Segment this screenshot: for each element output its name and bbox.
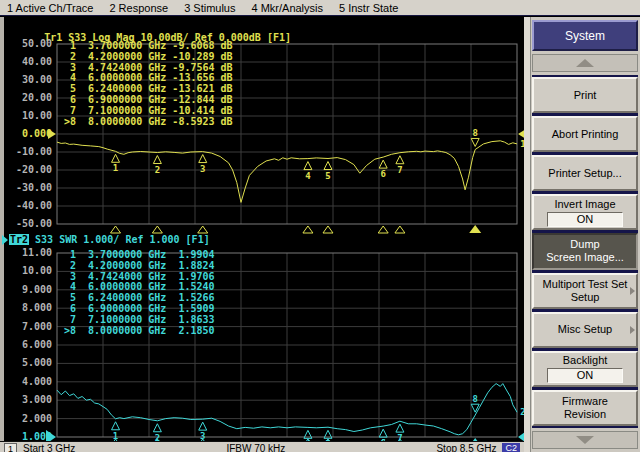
menu-item-5-instr-state[interactable]: 5 Instr State [339,2,398,14]
softkey-printer-setup[interactable]: Printer Setup... [532,155,638,191]
axis-label: -30.00 [0,182,52,193]
active-marker-tick [469,225,481,233]
marker-tick [303,226,313,233]
axis-label: 10.00 [0,265,52,276]
marker-flag [396,156,404,164]
softkey-label: Firmware [562,395,608,408]
marker-number: 5 [325,171,330,181]
scroll-down-icon [576,436,594,444]
axis-label: 3.000 [0,394,52,405]
marker-flag [112,154,120,162]
marker-flag [199,155,207,163]
trace1-marker-table: 1 3.7000000 GHz -9.6068 dB 2 4.2000000 G… [64,41,233,127]
softkey-firmware-revision[interactable]: FirmwareRevision [532,390,638,426]
marker-number: 8 [472,128,477,138]
softkey-menu-title: System [565,29,605,43]
axis-label: 40.00 [0,56,52,67]
axis-label: 8.000 [0,302,52,313]
marker-flag [471,138,479,146]
softkey-backlight[interactable]: BacklightON [532,351,638,387]
axis-label: 30.00 [0,74,52,85]
marker-table-row: 7 7.1000000 GHz 1.8633 [64,315,215,326]
softkey-label: Backlight [563,354,608,367]
softkey-label: Dump [570,238,599,251]
marker-number: 8 [472,394,477,404]
active-trace-arrow-icon [2,235,8,245]
softkey-label: Printer Setup... [548,167,621,180]
softkey-scroll-down-button[interactable] [532,431,638,449]
channel-number-box: 1 [4,443,17,452]
marker-tick [111,226,121,233]
softkey-menu-header[interactable]: System [532,20,638,51]
axis-label: -10.00 [0,146,52,157]
start-frequency-label: Start 3 GHz [23,443,75,452]
marker-flag [153,156,161,164]
softkey-print[interactable]: Print [532,77,638,113]
marker-number: 2 [155,165,160,175]
marker-tick [395,226,405,233]
softkey-multiport-test-set-setup[interactable]: Multiport Test SetSetup [532,273,638,309]
marker-number: 4 [305,171,311,181]
axis-label: 7.000 [0,321,52,332]
softkey-misc-setup[interactable]: Misc Setup [532,312,638,348]
softkey-label: Invert Image [554,198,615,211]
marker-tick [323,226,333,233]
softkey-invert-image[interactable]: Invert ImageON [532,194,638,230]
menu-item-4-mkr-analysis[interactable]: 4 Mkr/Analysis [251,2,323,14]
marker-flag [199,422,207,430]
axis-label: 4.000 [0,376,52,387]
axis-label: 2.000 [0,413,52,424]
stop-frequency-label: Stop 8.5 GHz [436,443,496,452]
marker-table-row: 7 7.1000000 GHz -10.414 dB [64,106,233,117]
axis-label: -20.00 [0,164,52,175]
marker-flag [153,424,161,432]
marker-flag [396,424,404,432]
axis-label: 20.00 [0,92,52,103]
softkey-column: PrintAbort PrintingPrinter Setup...Inver… [532,75,638,428]
softkey-panel-strip [524,17,531,452]
stimulus-status-bar: 1 Start 3 GHz IFBW 70 kHz Stop 8.5 GHz C… [0,441,524,452]
axis-label: 9.000 [0,284,52,295]
axis-label: 6.000 [0,339,52,350]
marker-flag [379,160,387,168]
axis-label: 50.00 [0,38,52,49]
marker-number: 3 [200,164,205,174]
softkey-label: Revision [564,408,606,421]
axis-label: -40.00 [0,200,52,211]
marker-number: 6 [380,169,385,179]
axis-label: 5.000 [0,357,52,368]
axis-label: -50.00 [0,218,52,229]
vna-screen: 1 Active Ch/Trace2 Response3 Stimulus4 M… [0,0,640,452]
softkey-label: Abort Printing [552,128,619,141]
scroll-up-icon [576,59,594,67]
softkey-scroll-up-button[interactable] [532,54,638,72]
axis-label: 11.00 [0,247,52,258]
trace2-title[interactable]: Tr2 S33 SWR 1.000/ Ref 1.000 [F1] [2,234,210,245]
softkey-label: Multiport Test Set [543,278,628,291]
menu-bar: 1 Active Ch/Trace2 Response3 Stimulus4 M… [0,0,640,16]
trace2-label: Tr2 [9,234,29,245]
marker-number: 1 [113,163,118,173]
softkey-label: Setup [571,291,600,304]
marker-number: 7 [397,165,402,175]
axis-label: 0.000 [0,128,52,139]
marker-table-row: >8 8.0000000 GHz 2.1850 [64,326,215,337]
submenu-right-arrow-icon [630,287,635,295]
trace2-title-text: S33 SWR 1.000/ Ref 1.000 [F1] [29,234,210,245]
marker-flag [112,422,120,430]
marker-flag [304,162,312,170]
display-area: Tr1 S33 Log Mag 10.00dB/ Ref 0.000dB [F1… [0,17,524,452]
softkey-label: Misc Setup [558,323,612,336]
menu-item-3-stimulus[interactable]: 3 Stimulus [184,2,235,14]
marker-table-row: >8 8.0000000 GHz -8.5923 dB [64,117,233,128]
menu-item-1-active-ch-trace[interactable]: 1 Active Ch/Trace [7,2,93,14]
status-badge: C2 [502,443,520,452]
marker-table-row: 2 4.2000000 GHz 1.8824 [64,261,215,272]
softkey-dump-screen-image[interactable]: DumpScreen Image... [532,233,638,269]
softkey-abort-printing[interactable]: Abort Printing [532,116,638,152]
marker-table-row: 2 4.2000000 GHz -10.289 dB [64,52,233,63]
submenu-right-arrow-icon [630,326,635,334]
menu-item-2-response[interactable]: 2 Response [109,2,168,14]
softkey-backlight-state: ON [547,368,623,383]
softkey-label: Print [574,89,597,102]
